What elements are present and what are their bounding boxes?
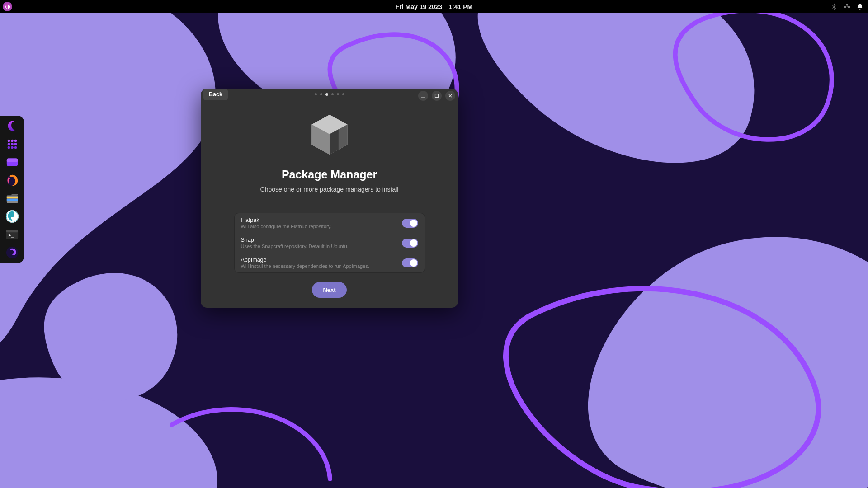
- svg-point-12: [11, 146, 14, 149]
- svg-text:>_: >_: [8, 233, 14, 238]
- option-name: Flatpak: [241, 217, 402, 223]
- svg-point-5: [7, 140, 10, 142]
- dock-app-vscode[interactable]: [5, 210, 19, 223]
- step-indicator: [315, 93, 344, 96]
- step-dot-active: [326, 93, 328, 96]
- network-icon[interactable]: [843, 2, 852, 11]
- svg-rect-4: [846, 4, 848, 5]
- clock-time: 1:41 PM: [448, 3, 472, 10]
- svg-rect-15: [6, 159, 17, 162]
- setup-window: Back Package Manager Choose one or more …: [201, 89, 458, 308]
- step-dot: [331, 93, 334, 95]
- close-button[interactable]: [445, 91, 455, 101]
- option-row-flatpak: Flatpak Will also configure the Flathub …: [235, 213, 425, 233]
- package-icon: [309, 112, 350, 157]
- system-tray: [830, 0, 864, 13]
- option-list: Flatpak Will also configure the Flathub …: [234, 213, 425, 273]
- svg-rect-27: [435, 94, 439, 98]
- dock-app-game[interactable]: [5, 246, 19, 259]
- svg-rect-23: [6, 230, 18, 233]
- maximize-button[interactable]: [432, 91, 442, 101]
- dock-app-chat[interactable]: [5, 155, 19, 169]
- notifications-icon[interactable]: [855, 2, 864, 11]
- toggle-appimage[interactable]: [402, 258, 418, 267]
- step-dot: [342, 93, 344, 95]
- svg-point-7: [14, 140, 17, 142]
- titlebar[interactable]: Back: [201, 89, 458, 100]
- clock-date: Fri May 19 2023: [396, 3, 443, 10]
- clock[interactable]: Fri May 19 2023 1:41 PM: [396, 3, 472, 10]
- svg-rect-26: [421, 97, 425, 98]
- svg-rect-19: [6, 199, 17, 201]
- step-dot: [320, 93, 322, 95]
- dock-app-files[interactable]: [5, 192, 19, 205]
- svg-rect-18: [6, 197, 17, 198]
- option-row-appimage: AppImage Will install the necessary depe…: [235, 253, 425, 272]
- bluetooth-icon[interactable]: [830, 2, 839, 11]
- step-dot: [337, 93, 339, 95]
- step-dot: [315, 93, 317, 95]
- option-desc: Will install the necessary dependencies …: [241, 263, 402, 269]
- svg-point-9: [11, 143, 14, 145]
- dock-app-terminal[interactable]: >_: [5, 228, 19, 241]
- svg-point-11: [7, 146, 10, 149]
- toggle-flatpak[interactable]: [402, 219, 418, 228]
- option-row-snap: Snap Uses the Snapcraft repository. Defa…: [235, 233, 425, 253]
- dock-app-firefox[interactable]: [5, 174, 19, 187]
- toggle-snap[interactable]: [402, 239, 418, 248]
- option-desc: Will also configure the Flathub reposito…: [241, 224, 402, 229]
- svg-point-13: [14, 146, 17, 149]
- option-name: AppImage: [241, 257, 402, 263]
- option-desc: Uses the Snapcraft repository. Default i…: [241, 244, 402, 249]
- back-button[interactable]: Back: [203, 89, 228, 100]
- page-subtitle: Choose one or more package managers to i…: [260, 186, 399, 193]
- dock-app-grid[interactable]: [5, 137, 19, 151]
- activities-button[interactable]: [3, 2, 12, 11]
- svg-point-8: [7, 143, 10, 145]
- dock-app-launcher[interactable]: [5, 119, 19, 133]
- next-button[interactable]: Next: [312, 282, 346, 298]
- svg-point-6: [11, 140, 14, 142]
- top-bar: Fri May 19 2023 1:41 PM: [0, 0, 868, 13]
- option-name: Snap: [241, 237, 402, 243]
- dialog-body: Package Manager Choose one or more packa…: [201, 100, 458, 311]
- svg-point-10: [14, 143, 17, 145]
- page-title: Package Manager: [282, 168, 377, 181]
- dock: >_: [0, 116, 24, 263]
- minimize-button[interactable]: [418, 91, 428, 101]
